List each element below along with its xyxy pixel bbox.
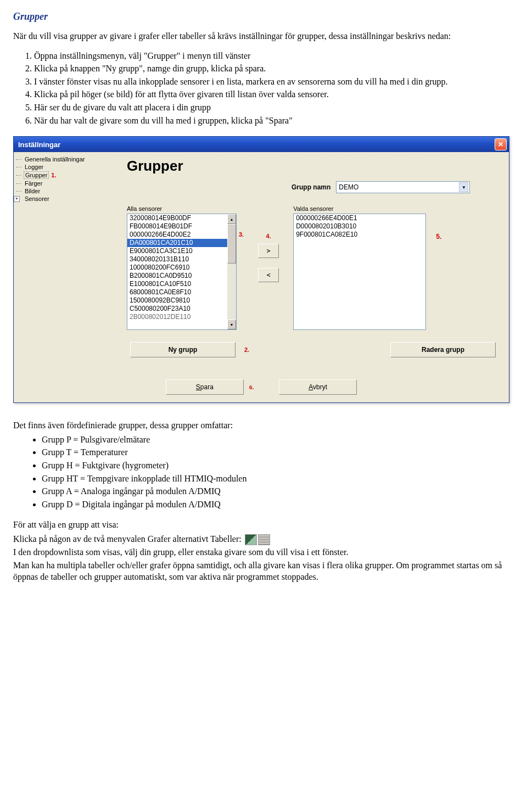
settings-tree: Generella inställningar Logger Grupper 1… xyxy=(14,152,115,367)
table-icon xyxy=(258,534,270,545)
step-item: När du har valt de givare som du vill ha… xyxy=(34,115,514,127)
all-sensors-list[interactable]: 320008014E9B00DF FB0008014E9B01DF 000000… xyxy=(127,214,237,330)
list-item[interactable]: 000000266E4D00E2 xyxy=(127,231,227,239)
list-item[interactable]: 68000801CA0E8F10 xyxy=(127,288,227,296)
steps-list: Öppna inställningsmenyn, välj "Grupper" … xyxy=(13,50,514,127)
list-item[interactable]: E9000801CA3C1E10 xyxy=(127,247,227,255)
annotation-4: 4. xyxy=(266,233,271,239)
new-group-button[interactable]: Ny grupp xyxy=(130,342,236,357)
window-titlebar: Inställningar ✕ xyxy=(14,137,509,152)
group-name-value: DEMO xyxy=(339,183,358,191)
settings-main-panel: Grupper Grupp namn DEMO ▼ Alla sensorer … xyxy=(115,152,509,367)
close-icon[interactable]: ✕ xyxy=(495,138,507,150)
annotation-1: 1. xyxy=(51,172,56,178)
annotation-6: 6. xyxy=(249,384,254,390)
settings-dialog: Inställningar ✕ Generella inställningar … xyxy=(13,136,509,403)
group-name-combo[interactable]: DEMO ▼ xyxy=(336,181,470,193)
tree-item-bilder[interactable]: Bilder xyxy=(15,187,114,195)
list-item[interactable]: B2000801CA0D9510 xyxy=(127,272,227,280)
scrollbar[interactable]: ▲ ▼ xyxy=(227,214,236,329)
scroll-up-icon[interactable]: ▲ xyxy=(227,214,236,224)
intro-paragraph: När du vill visa grupper av givare i gra… xyxy=(13,30,514,42)
graph-icon xyxy=(245,534,257,545)
list-item[interactable]: DA000801CA201C10 xyxy=(127,239,227,247)
list-item[interactable]: 1000080200FC6910 xyxy=(127,264,227,272)
expand-icon[interactable]: + xyxy=(14,196,20,202)
delete-group-button[interactable]: Radera grupp xyxy=(390,342,496,357)
scroll-thumb[interactable] xyxy=(227,224,236,264)
predef-item: Grupp D = Digitala ingångar på modulen A… xyxy=(42,499,514,511)
predef-item: Grupp HT = Tempgivare inkopplade till HT… xyxy=(42,473,514,485)
step-item: Klicka på knappen "Ny grupp", namge din … xyxy=(34,63,514,75)
annotation-2: 2. xyxy=(244,346,249,353)
move-left-button[interactable]: < xyxy=(258,268,279,282)
choose-para-3: Man kan ha multipla tabeller och/eller g… xyxy=(13,559,514,583)
cancel-button[interactable]: Avbryt xyxy=(279,379,357,395)
list-item[interactable]: C500080200F23A10 xyxy=(127,305,227,313)
all-sensors-label: Alla sensorer xyxy=(127,205,244,212)
list-item[interactable]: 000000266E4D00E1 xyxy=(294,214,425,222)
annotation-5: 5. xyxy=(436,233,441,240)
list-item[interactable]: 340008020131B110 xyxy=(127,255,227,264)
choose-line: Klicka på någon av de två menyvalen Graf… xyxy=(13,534,242,544)
chevron-down-icon[interactable]: ▼ xyxy=(459,182,468,192)
list-item[interactable]: 2B000802012DE110 xyxy=(127,313,227,321)
predef-item: Grupp H = Fuktgivare (hygrometer) xyxy=(42,460,514,472)
predef-item: Grupp A = Analoga ingångar på modulen A/… xyxy=(42,485,514,497)
panel-heading: Grupper xyxy=(127,158,497,175)
tree-item-grupper[interactable]: Grupper 1. xyxy=(15,171,114,180)
step-item: Klicka på pil höger (se bild) för att fl… xyxy=(34,88,514,100)
annotation-3: 3. xyxy=(239,231,244,238)
step-item: Här ser du de givare du valt att placera… xyxy=(34,102,514,114)
choose-para-2: I den dropdownlista som visas, välj din … xyxy=(13,546,514,558)
tree-item-logger[interactable]: Logger xyxy=(15,163,114,171)
predefined-list: Grupp P = Pulsgivare/elmätare Grupp T = … xyxy=(13,434,514,511)
selected-sensors-label: Valda sensorer xyxy=(293,205,426,212)
tree-item-sensorer[interactable]: + Sensorer xyxy=(15,195,114,203)
list-item[interactable]: D0000802010B3010 xyxy=(294,222,425,231)
predef-item: Grupp T = Temperaturer xyxy=(42,446,514,458)
step-item: I vänster fönster visas nu alla inkoppla… xyxy=(34,76,514,88)
group-name-label: Grupp namn xyxy=(291,183,330,191)
predef-item: Grupp P = Pulsgivare/elmätare xyxy=(42,434,514,446)
selected-sensors-list[interactable]: 000000266E4D00E1 D0000802010B3010 9F0008… xyxy=(293,214,426,330)
list-item[interactable]: 320008014E9B00DF xyxy=(127,214,227,222)
tree-item-general[interactable]: Generella inställningar xyxy=(15,155,114,163)
section-title: Grupper xyxy=(13,11,514,23)
choose-heading: För att välja en grupp att visa: xyxy=(13,519,514,531)
scroll-down-icon[interactable]: ▼ xyxy=(227,320,236,329)
save-button[interactable]: Spara xyxy=(166,379,244,395)
list-item[interactable]: FB0008014E9B01DF xyxy=(127,222,227,231)
list-item[interactable]: 1500080092BC9810 xyxy=(127,296,227,305)
predefined-intro: Det finns även fördefinierade grupper, d… xyxy=(13,419,514,432)
step-item: Öppna inställningsmenyn, välj "Grupper" … xyxy=(34,50,514,62)
window-title: Inställningar xyxy=(18,141,60,149)
tree-item-farger[interactable]: Färger xyxy=(15,180,114,187)
move-right-button[interactable]: > xyxy=(258,244,279,258)
list-item[interactable]: E1000801CA10F510 xyxy=(127,280,227,288)
list-item[interactable]: 9F000801CA082E10 xyxy=(294,231,425,239)
